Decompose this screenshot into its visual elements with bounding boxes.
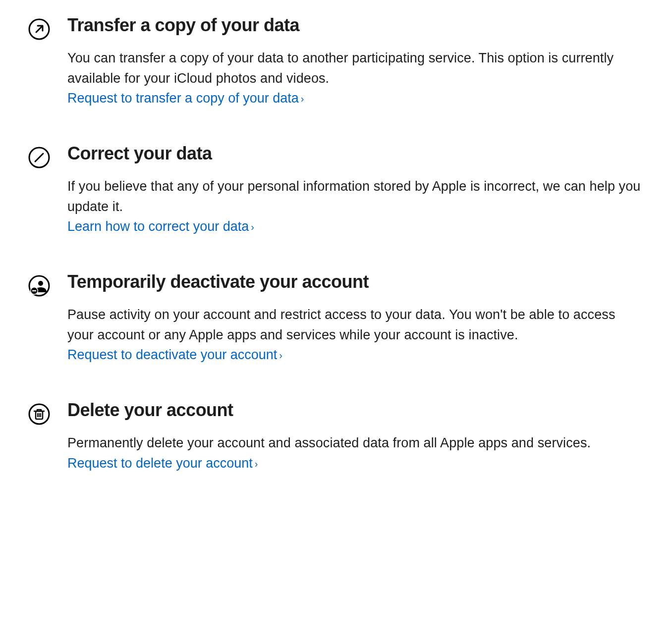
svg-rect-8	[32, 290, 36, 291]
trash-icon	[28, 403, 51, 426]
section-correct-data: Correct your data If you believe that an…	[28, 143, 644, 237]
correct-data-link[interactable]: Learn how to correct your data›	[67, 216, 254, 237]
section-title: Correct your data	[67, 143, 644, 163]
section-title: Transfer a copy of your data	[67, 15, 644, 35]
section-content: Delete your account Permanently delete y…	[67, 400, 644, 473]
section-description: Permanently delete your account and asso…	[67, 433, 644, 453]
section-title: Delete your account	[67, 400, 644, 420]
pencil-icon	[28, 146, 51, 169]
user-minus-icon	[28, 274, 51, 297]
chevron-right-icon: ›	[279, 350, 282, 361]
deactivate-account-link[interactable]: Request to deactivate your account›	[67, 345, 282, 365]
section-description: If you believe that any of your personal…	[67, 176, 644, 216]
section-description: You can transfer a copy of your data to …	[67, 48, 644, 88]
section-delete-account: Delete your account Permanently delete y…	[28, 400, 644, 473]
section-transfer-data: Transfer a copy of your data You can tra…	[28, 15, 644, 108]
section-content: Temporarily deactivate your account Paus…	[67, 271, 644, 365]
section-title: Temporarily deactivate your account	[67, 271, 644, 292]
svg-line-3	[35, 154, 43, 161]
section-description: Pause activity on your account and restr…	[67, 305, 644, 345]
section-content: Correct your data If you believe that an…	[67, 143, 644, 237]
svg-line-1	[36, 26, 42, 32]
chevron-right-icon: ›	[251, 221, 254, 232]
delete-account-link[interactable]: Request to delete your account›	[67, 453, 258, 474]
chevron-right-icon: ›	[255, 458, 258, 469]
section-deactivate-account: Temporarily deactivate your account Paus…	[28, 271, 644, 365]
section-content: Transfer a copy of your data You can tra…	[67, 15, 644, 108]
chevron-right-icon: ›	[301, 93, 304, 104]
arrow-out-icon	[28, 18, 51, 41]
transfer-data-link[interactable]: Request to transfer a copy of your data›	[67, 88, 304, 108]
svg-point-5	[38, 281, 43, 286]
